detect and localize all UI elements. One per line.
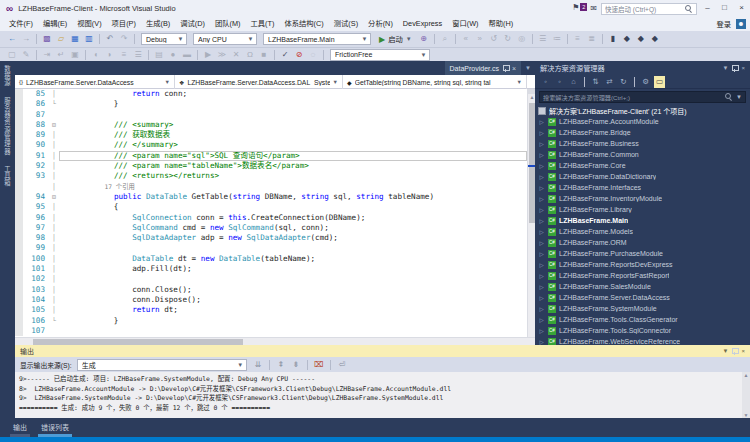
project-node[interactable]: ▷C#LZHBaseFrame.SystemModule	[535, 303, 750, 314]
code-line[interactable]: 101│ adp.Fill(dt);	[15, 264, 527, 274]
target-icon[interactable]: ◎	[516, 32, 528, 46]
expand-arrow-icon[interactable]: ▷	[538, 185, 545, 191]
expand-arrow-icon[interactable]: ▷	[538, 317, 545, 323]
forward-icon[interactable]: ◦	[554, 76, 565, 88]
breakpoint-margin[interactable]	[15, 130, 23, 140]
menu-item[interactable]: 体系结构(C)	[279, 17, 328, 31]
code-line[interactable]: 105│ return dt;	[15, 305, 527, 315]
indent-icon[interactable]: ≡	[572, 32, 584, 46]
fold-margin[interactable]: │	[49, 254, 59, 264]
user-avatar-icon[interactable]: ☻	[736, 19, 746, 29]
breakpoint-margin[interactable]	[15, 161, 23, 171]
code-line[interactable]: 86└ }	[15, 99, 527, 109]
redo-icon[interactable]: ↷	[118, 32, 130, 46]
close-icon[interactable]: ×	[741, 348, 745, 354]
breakpoint-margin[interactable]	[15, 223, 23, 233]
parameter-info-icon[interactable]: ≔	[551, 32, 563, 46]
fold-margin[interactable]: │	[49, 223, 59, 233]
code-line[interactable]: 99│	[15, 243, 527, 253]
brace-open-icon[interactable]: ◖	[90, 48, 102, 62]
breakpoint-icon[interactable]: ●	[167, 48, 179, 62]
expand-arrow-icon[interactable]: ▷	[538, 229, 545, 235]
expand-arrow-icon[interactable]: ▷	[538, 174, 545, 180]
code-line[interactable]: 104│ conn.Dispose();	[15, 295, 527, 305]
code-line[interactable]: 91│ /// <param name="sql">SQL 查询语句</para…	[15, 151, 527, 161]
project-node[interactable]: ▷C#LZHBaseFrame.Library	[535, 204, 750, 215]
project-node[interactable]: ▷C#LZHBaseFrame.InventoryModule	[535, 193, 750, 204]
close-icon[interactable]: ×	[741, 65, 745, 71]
bookmark-next-icon[interactable]: ◆	[621, 32, 633, 46]
properties-icon[interactable]: ⚙	[640, 76, 651, 88]
configuration-dropdown[interactable]: Debug▼	[141, 33, 187, 45]
code-area[interactable]: 85│ return conn;86└ }8788⊟ /// <summary>…	[15, 89, 527, 337]
breakpoint-margin[interactable]	[15, 213, 23, 223]
expand-arrow-icon[interactable]: ▷	[538, 196, 545, 202]
side-tab[interactable]: 服务器资源管理器	[3, 97, 12, 155]
start-debug-button[interactable]: ▶ 启动 ▼	[375, 32, 416, 46]
tab-icon[interactable]: ⇥	[41, 48, 53, 62]
code-line[interactable]: 98│ SqlDataAdapter adp = new SqlDataAdap…	[15, 233, 527, 243]
breakpoint-margin[interactable]	[15, 233, 23, 243]
project-node[interactable]: ▷C#LZHBaseFrame.WebServiceReference	[535, 336, 750, 345]
expand-arrow-icon[interactable]: ▷	[538, 218, 545, 224]
undo-icon[interactable]: ↶	[104, 32, 116, 46]
save-all-icon[interactable]: ▥	[83, 32, 95, 46]
sign-in-link[interactable]: 登录	[716, 19, 731, 29]
menu-item[interactable]: 分析(N)	[363, 17, 398, 31]
switch-views-icon[interactable]: ⇅	[590, 76, 601, 88]
breakpoint-margin[interactable]	[15, 171, 23, 181]
block-icon[interactable]: ▣	[69, 48, 81, 62]
fold-margin[interactable]: ⊟	[49, 192, 59, 202]
code-line[interactable]: 94⊟ public DataTable GetTable(string DBN…	[15, 192, 527, 202]
lines-icon[interactable]: ≡	[118, 48, 130, 62]
fold-margin[interactable]	[49, 326, 59, 336]
breakpoint-margin[interactable]	[15, 264, 23, 274]
code-line[interactable]: 106└ }	[15, 316, 527, 326]
menu-item[interactable]: 团队(M)	[210, 17, 246, 31]
tab-list-chevron-icon[interactable]: ▼	[521, 65, 535, 71]
code-line[interactable]: 93│ /// <returns></returns>	[15, 171, 527, 181]
project-node[interactable]: ▷C#LZHBaseFrame.Tools.ClassGenerator	[535, 314, 750, 325]
breakpoint-margin[interactable]	[15, 120, 23, 130]
stop-icon[interactable]: ■	[258, 48, 270, 62]
expand-arrow-icon[interactable]: ▷	[538, 262, 545, 268]
project-node[interactable]: ▷C#LZHBaseFrame.Server.DataAccess	[535, 292, 750, 303]
pin-icon[interactable]	[732, 64, 737, 72]
menu-item[interactable]: 调试(D)	[175, 17, 210, 31]
fold-margin[interactable]: └	[49, 99, 59, 109]
editor-horizontal-scrollbar[interactable]	[15, 337, 535, 345]
quick-launch-input[interactable]: 快速启动 (Ctrl+Q)	[601, 3, 697, 15]
expand-arrow-icon[interactable]: ▷	[538, 251, 545, 257]
fold-margin[interactable]: │	[49, 182, 59, 192]
code-line[interactable]: 89│ /// 获取数据表	[15, 130, 527, 140]
breakpoint-margin[interactable]	[15, 202, 23, 212]
expand-arrow-icon[interactable]: ▷	[538, 130, 545, 136]
codelens-row[interactable]: │ 17 个引用	[15, 182, 527, 192]
fold-margin[interactable]: └	[49, 316, 59, 326]
project-node[interactable]: ▷C#LZHBaseFrame.ReportsFastReport	[535, 270, 750, 281]
code-line[interactable]: 100│ DataTable dt = new DataTable(tableN…	[15, 254, 527, 264]
edit-icon[interactable]: ✎	[20, 48, 32, 62]
feedback-icon[interactable]: ✉	[590, 4, 597, 13]
list-icon[interactable]: ☰	[132, 48, 144, 62]
breakpoint-margin[interactable]	[15, 182, 23, 192]
project-node[interactable]: ▷C#LZHBaseFrame.Models	[535, 226, 750, 237]
menu-item[interactable]: 编辑(E)	[38, 17, 72, 31]
pin-icon[interactable]	[732, 347, 737, 355]
scroll-up-icon[interactable]: ▲	[742, 372, 750, 378]
project-node[interactable]: ▷C#LZHBaseFrame.Tools.SqlConnector	[535, 325, 750, 336]
menu-item[interactable]: 生成(B)	[141, 17, 175, 31]
expand-arrow-icon[interactable]: ▷	[538, 207, 545, 213]
breakpoint-margin[interactable]	[15, 305, 23, 315]
save-icon[interactable]: ▦	[69, 32, 81, 46]
fold-margin[interactable]: │	[49, 285, 59, 295]
new-project-icon[interactable]: ▩	[41, 32, 53, 46]
expand-arrow-icon[interactable]: ▷	[538, 273, 545, 279]
return-icon[interactable]: ↵	[55, 48, 67, 62]
breakpoint-margin[interactable]	[15, 295, 23, 305]
startup-project-dropdown[interactable]: LZHBaseFrame.Main▼	[263, 33, 371, 45]
window-menu-icon[interactable]: ▼	[723, 65, 729, 71]
expand-arrow-icon[interactable]: ▷	[538, 306, 545, 312]
clear-all-icon[interactable]: ⌧	[313, 358, 325, 372]
code-line[interactable]: 92│ /// <param name="tableName">数据表名</pa…	[15, 161, 527, 171]
